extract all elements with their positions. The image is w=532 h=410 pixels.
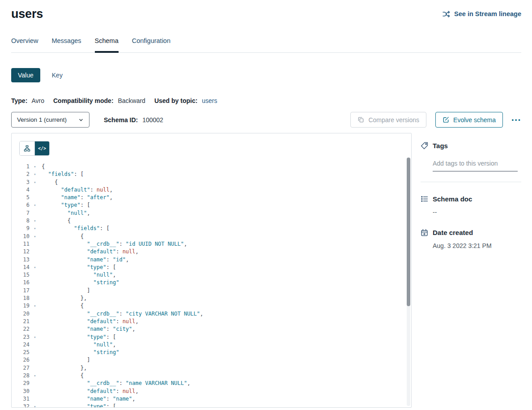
fold-spacer [31,256,38,264]
fold-spacer [31,295,38,302]
collapse-toggle-icon[interactable]: ▾ [31,264,38,271]
code-text: "name": "name", [42,395,136,403]
line-number: 8 [12,217,30,225]
compare-versions-icon [358,116,364,123]
code-line: 28▾ { [12,372,411,380]
line-number: 24 [12,341,30,349]
code-text: ] [42,287,90,295]
schema-doc-header: Schema doc [421,195,521,203]
line-number: 4 [12,186,30,194]
code-line: 31 "name": "name", [12,395,411,403]
page-title: users [11,7,43,21]
collapse-toggle-icon[interactable]: ▾ [31,233,38,240]
code-line: 15 "null", [12,271,411,279]
code-text: "default": null, [42,186,113,194]
sidebar-divider [421,182,521,182]
fold-spacer [31,325,38,333]
fold-spacer [31,194,38,201]
fold-spacer [31,380,38,387]
code-text: "type": [ [42,264,116,271]
code-text: "__crdb__": "id UUID NOT NULL", [42,240,187,248]
tab-overview[interactable]: Overview [11,37,38,53]
code-line: 7 "null", [12,209,411,217]
code-line: 1▾{ [12,163,411,171]
code-line: 2▾ "fields": [ [12,171,411,178]
evolve-schema-icon [443,116,449,123]
collapse-toggle-icon[interactable]: ▾ [31,171,38,178]
schema-meta-row: Type: Avro Compatibility mode: Backward … [11,97,521,104]
version-select[interactable]: Version 1 (current) [11,112,89,128]
stream-lineage-link[interactable]: See in Stream lineage [443,10,521,18]
line-number: 21 [12,318,30,325]
collapse-toggle-icon[interactable]: ▾ [31,217,38,225]
tab-schema[interactable]: Schema [95,37,119,53]
schema-doc-section: Schema doc -- [421,195,521,216]
line-number: 28 [12,372,30,380]
code-text: "null", [42,271,116,279]
code-text: }, [42,295,87,302]
code-line: 3▾ { [12,179,411,186]
fold-spacer [31,388,38,395]
code-line: 16 "string" [12,279,411,286]
code-text: "name": "after", [42,194,113,201]
scrollbar-thumb[interactable] [407,158,410,306]
code-line: 10▾ { [12,233,411,240]
code-text: "null", [42,209,90,217]
code-line: 9▾ "fields": [ [12,225,411,232]
line-number: 25 [12,349,30,356]
version-select-value: Version 1 (current) [17,116,67,123]
collapse-toggle-icon[interactable]: ▾ [31,225,38,232]
compare-versions-label: Compare versions [368,116,419,124]
fold-spacer [31,356,38,364]
compare-versions-button[interactable]: Compare versions [350,112,426,128]
topbar: users See in Stream lineage [11,0,521,24]
value-key-toggle: Value Key [11,68,521,82]
date-created-section: Date created Aug. 3 2022 3:21 PM [421,229,521,249]
code-text: "__crdb__": "name VARCHAR NULL", [42,380,190,387]
details-sidebar: Tags Schema doc -- [421,133,521,249]
collapse-toggle-icon[interactable]: ▾ [31,201,38,209]
schema-page: users See in Stream lineage Overview Mes… [0,0,532,410]
line-number: 10 [12,233,30,240]
collapse-toggle-icon[interactable]: ▾ [31,179,38,186]
collapse-toggle-icon[interactable]: ▾ [31,333,38,341]
fold-spacer [31,349,38,356]
used-by-topic-label: Used by topic: [154,97,197,104]
code-line: 12 "default": null, [12,248,411,256]
line-number: 16 [12,279,30,286]
line-number: 14 [12,264,30,271]
stream-lineage-icon [443,10,450,18]
line-number: 26 [12,356,30,364]
schema-doc-value: -- [433,209,521,216]
code-lines: 1▾{2▾ "fields": [3▾ {4 "default": null,5… [12,163,411,408]
tab-configuration[interactable]: Configuration [132,37,170,53]
code-view-button[interactable]: </> [34,141,49,155]
code-line: 4 "default": null, [12,186,411,194]
evolve-schema-button[interactable]: Evolve schema [435,112,503,128]
schema-code-panel: </> 1▾{2▾ "fields": [3▾ {4 "default": nu… [11,133,412,408]
tree-view-button[interactable] [20,141,34,155]
code-line: 22 "name": "city", [12,325,411,333]
tab-messages[interactable]: Messages [51,37,81,53]
tree-view-icon [24,145,30,152]
collapse-toggle-icon[interactable]: ▾ [31,372,38,380]
value-toggle-button[interactable]: Value [11,68,40,82]
fold-spacer [31,364,38,372]
code-line: 5 "name": "after", [12,194,411,201]
line-number: 30 [12,388,30,395]
code-line: 13 "name": "id", [12,256,411,264]
add-tags-input[interactable] [433,159,518,171]
schema-id-label: Schema ID: [104,116,138,124]
line-number: 5 [12,194,30,201]
topic-link[interactable]: users [202,97,217,104]
collapse-toggle-icon[interactable]: ▾ [31,302,38,310]
code-line: 32▾ "type": [ [12,403,411,408]
key-toggle-button[interactable]: Key [52,72,63,79]
compatibility-value: Backward [118,97,145,104]
overflow-menu-button[interactable]: ⋯ [511,115,521,124]
collapse-toggle-icon[interactable]: ▾ [31,163,38,171]
fold-spacer [31,271,38,279]
line-number: 19 [12,302,30,310]
collapse-toggle-icon[interactable]: ▾ [31,403,38,408]
line-number: 27 [12,364,30,372]
